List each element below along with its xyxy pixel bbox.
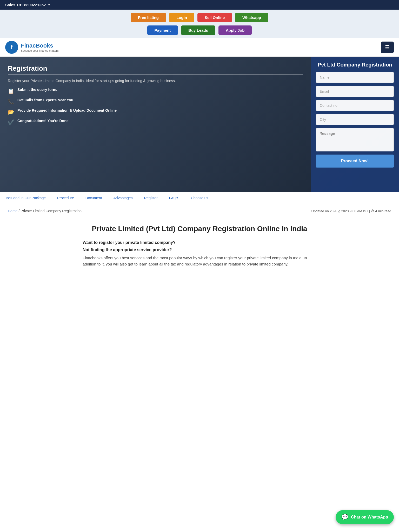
hero-left: Registration Register your Private Limit… <box>0 57 311 192</box>
hero-form: Pvt Ltd Company Registration Proceed Now… <box>311 57 399 192</box>
step-1: 📋 Submit the query form. <box>8 88 303 94</box>
logo-tagline: Because your finance matters <box>21 49 59 52</box>
apply-job-button[interactable]: Apply Job <box>218 25 252 35</box>
step3-icon: 📂 <box>8 109 14 115</box>
pkg-nav-item-6[interactable]: Choose us <box>185 192 214 205</box>
pkg-nav-item-3[interactable]: Advantages <box>108 192 138 205</box>
form-title: Pvt Ltd Company Registration <box>316 62 394 68</box>
pkg-nav-item-2[interactable]: Document <box>80 192 108 205</box>
breadcrumb-bar: Home / Private Limited Company Registrat… <box>0 205 399 217</box>
whatsapp-nav-button[interactable]: Whatsapp <box>235 13 268 22</box>
menu-button[interactable]: ☰ <box>381 42 394 53</box>
hero-title: Registration <box>8 64 303 75</box>
login-button[interactable]: Login <box>169 13 194 22</box>
sell-online-button[interactable]: Sell Online <box>197 13 232 22</box>
payment-button[interactable]: Payment <box>147 25 178 35</box>
step4-icon: ✔️ <box>8 119 14 125</box>
step3-text: Provide Required Information & Upload Do… <box>17 108 117 112</box>
contact-input[interactable] <box>316 100 394 111</box>
pkg-nav-item-1[interactable]: Procedure <box>51 192 80 205</box>
package-nav: Included In Our Package Procedure Docume… <box>0 192 399 205</box>
pkg-nav-item-5[interactable]: FAQ'S <box>163 192 185 205</box>
chevron-icon: ▾ <box>48 3 50 7</box>
breadcrumb-home[interactable]: Home <box>8 209 17 213</box>
logo: f FinacBooks Because your finance matter… <box>5 41 59 54</box>
nav-row-2: Payment Buy Leads Apply Job <box>0 25 399 38</box>
free-listing-button[interactable]: Free listing <box>131 13 166 22</box>
step-3: 📂 Provide Required Information & Upload … <box>8 108 303 115</box>
pkg-nav-item-4[interactable]: Register <box>138 192 163 205</box>
step4-text: Congratulations! You're Done! <box>17 119 70 123</box>
step-4: ✔️ Congratulations! You're Done! <box>8 119 303 125</box>
phone-number: Sales +91 8800221252 <box>5 3 46 7</box>
hero-section: Registration Register your Private Limit… <box>0 57 399 192</box>
breadcrumb: Home / Private Limited Company Registrat… <box>8 209 82 213</box>
logo-name: FinacBooks <box>21 42 59 49</box>
nav-row-1: Free listing Login Sell Online Whatsapp <box>0 10 399 25</box>
city-input[interactable] <box>316 114 394 125</box>
main-content: Private Limited (Pvt Ltd) Company Regist… <box>75 217 324 278</box>
hero-content: Registration Register your Private Limit… <box>0 57 399 192</box>
breadcrumb-current: Private Limited Company Registration <box>21 209 82 213</box>
step2-icon: 📞 <box>8 98 14 105</box>
proceed-button[interactable]: Proceed Now! <box>316 155 394 168</box>
pkg-nav-item-0[interactable]: Included In Our Package <box>0 192 51 205</box>
email-input[interactable] <box>316 86 394 97</box>
message-input[interactable] <box>316 128 394 151</box>
hero-description: Register your Private Limited Company in… <box>8 79 303 83</box>
buy-leads-button[interactable]: Buy Leads <box>181 25 215 35</box>
name-input[interactable] <box>316 72 394 83</box>
question-1: Want to register your private limited co… <box>83 240 316 245</box>
body-text: Finacbooks offers you best services and … <box>83 255 316 267</box>
top-bar: Sales +91 8800221252 ▾ <box>0 0 399 10</box>
step2-text: Get Calls from Experts Near You <box>17 98 73 102</box>
step1-text: Submit the query form. <box>17 88 57 92</box>
breadcrumb-separator: / <box>18 209 19 213</box>
logo-icon: f <box>5 41 18 54</box>
logo-text: FinacBooks Because your finance matters <box>21 42 59 52</box>
page-title: Private Limited (Pvt Ltd) Company Regist… <box>83 225 316 233</box>
step1-icon: 📋 <box>8 88 14 94</box>
question-2: Not finding the appropriate service prov… <box>83 248 316 252</box>
breadcrumb-meta: Updated on 23 Aug 2023 9.00 AM IST | ⏱ 4… <box>311 209 391 213</box>
steps-list: 📋 Submit the query form. 📞 Get Calls fro… <box>8 88 303 125</box>
site-header: f FinacBooks Because your finance matter… <box>0 38 399 57</box>
step-2: 📞 Get Calls from Experts Near You <box>8 98 303 105</box>
